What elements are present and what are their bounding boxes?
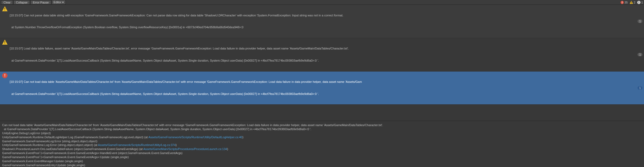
log-entry-selected[interactable]: [10:15:07] Can not load data table 'Asse… [0, 72, 644, 105]
svg-rect-8 [5, 8, 5, 9]
console-log-list: [10:15:07] Can not parse data table stri… [0, 5, 644, 105]
console-toolbar: Clear Collapse Error Pause Editor ▾ 35 2… [0, 0, 644, 5]
log-collapse-count: 1 [638, 53, 642, 56]
svg-rect-7 [639, 1, 639, 2]
editor-dropdown[interactable]: Editor ▾ [52, 0, 66, 5]
source-link[interactable]: Assets/GameMain/Scripts/Procedures/Proce… [143, 147, 227, 151]
error-counter[interactable]: 35 [620, 1, 628, 4]
svg-rect-10 [5, 41, 5, 43]
svg-rect-3 [631, 2, 632, 3]
clear-button[interactable]: Clear [1, 0, 13, 5]
info-icon [637, 1, 641, 4]
stack-trace-line: GameFramework.GameFrameworkLog:Error (st… [2, 139, 642, 143]
stack-trace-line: ShadowU.ProcedureLaunch:OnLoadDataTableF… [2, 147, 642, 151]
svg-rect-13 [5, 74, 5, 76]
log-collapse-count: 1 [638, 20, 642, 23]
svg-rect-4 [631, 3, 632, 3]
stack-trace-line: GameFramework.GameFrameworkEntry:Update … [2, 163, 642, 167]
info-counter[interactable]: 1 [637, 1, 643, 4]
info-count-value: 1 [641, 1, 643, 4]
log-entry[interactable]: [10:15:07] Load data table failure, asse… [0, 38, 644, 72]
svg-rect-2 [622, 3, 622, 3]
log-message: [10:15:07] Can not parse data table stri… [10, 5, 642, 37]
svg-rect-1 [622, 1, 622, 2]
error-icon [2, 72, 8, 79]
svg-rect-6 [639, 2, 639, 3]
warning-icon [2, 39, 8, 45]
error-pause-button[interactable]: Error Pause [30, 0, 51, 5]
log-collapse-count: 1 [638, 86, 642, 90]
stack-trace-line: GameFramework.EventPool`1<GameFramework.… [2, 151, 642, 155]
stack-trace-line: at GameFramework.DataProvider`1[T].LoadA… [2, 127, 642, 131]
stack-trace-line: GameFramework.EventPool`1<GameFramework.… [2, 155, 642, 159]
stack-trace-line: UnityEngine.Debug:LogError (object) [2, 131, 642, 135]
stack-trace-line: GameFramework.Event.EventManager:Update … [2, 159, 642, 163]
log-message: [10:15:07] Can not load data table 'Asse… [10, 72, 642, 104]
error-count-value: 35 [625, 1, 628, 4]
svg-rect-11 [5, 43, 5, 44]
collapse-button[interactable]: Collapse [13, 0, 30, 5]
stack-trace-line: UnityGameFramework.Runtime.DefaultLogHel… [2, 135, 642, 139]
warning-icon [629, 1, 633, 4]
svg-rect-14 [5, 76, 5, 77]
warning-count-value: 2 [634, 1, 635, 4]
log-entry[interactable]: [10:15:07] Can not parse data table stri… [0, 5, 644, 38]
console-detail-pane[interactable]: Can not load data table 'Assets/GameMain… [0, 121, 644, 167]
error-icon [620, 1, 624, 4]
source-link[interactable]: Assets/GameFramework/Scripts/Runtime/Uti… [98, 143, 176, 147]
source-link[interactable]: Assets/GameFramework/Scripts/Runtime/Uti… [148, 136, 242, 139]
warning-counter[interactable]: 2 [629, 1, 635, 4]
warning-icon [2, 6, 8, 12]
stack-trace-line: Can not load data table 'Assets/GameMain… [2, 123, 642, 127]
svg-rect-9 [5, 10, 5, 10]
stack-trace-line: UnityGameFramework.Runtime.Log:Error (st… [2, 143, 642, 147]
log-message: [10:15:07] Load data table failure, asse… [10, 39, 642, 71]
